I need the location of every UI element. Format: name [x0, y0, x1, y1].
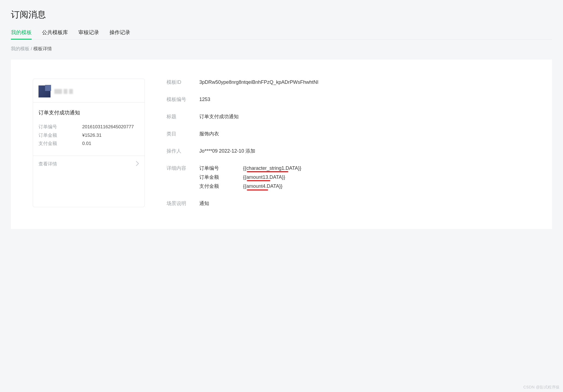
detail-row-operator: 操作人 Jo****09 2022-12-10 添加 — [167, 147, 530, 155]
detail-label: 场景说明 — [167, 200, 199, 207]
preview-row-value: 20161031162645020777 — [82, 123, 134, 131]
content-row-value: {{amount4.DATA}} — [243, 183, 282, 190]
breadcrumb: 我的模板 / 模板详情 — [11, 46, 552, 52]
content-row-key: 支付金额 — [199, 183, 243, 190]
detail-label: 操作人 — [167, 147, 199, 155]
content-row: 订单编号 {{character_string1.DATA}} — [199, 165, 301, 172]
preview-row-value: 0.01 — [82, 139, 91, 148]
breadcrumb-separator: / — [29, 46, 33, 51]
breadcrumb-parent[interactable]: 我的模板 — [11, 46, 29, 51]
content-row-key: 订单金额 — [199, 174, 243, 181]
tabs: 我的模板 公共模板库 审核记录 操作记录 — [11, 29, 552, 40]
template-preview-card: 订单支付成功通知 订单编号 20161031162645020777 订单金额 … — [33, 79, 145, 207]
detail-row-template-id: 模板ID 3pDRw50ype8nrg8ntqeiBnhFPzQ_kpADrPW… — [167, 79, 530, 86]
content-panel: 订单支付成功通知 订单编号 20161031162645020777 订单金额 … — [11, 60, 552, 229]
detail-row-scene: 场景说明 通知 — [167, 200, 530, 207]
preview-header — [33, 79, 144, 102]
page-title: 订阅消息 — [11, 9, 552, 21]
preview-row: 订单金额 ¥1526.31 — [38, 131, 139, 140]
content-row: 支付金额 {{amount4.DATA}} — [199, 183, 301, 190]
preview-row-label: 订单金额 — [38, 131, 82, 140]
preview-subject: 订单支付成功通知 — [38, 109, 139, 116]
detail-value-operator: Jo****09 2022-12-10 添加 — [199, 147, 255, 155]
detail-row-content: 详细内容 订单编号 {{character_string1.DATA}} 订单金… — [167, 165, 530, 190]
detail-value-title: 订单支付成功通知 — [199, 113, 239, 120]
preview-row: 订单编号 20161031162645020777 — [38, 123, 139, 131]
tab-public-templates[interactable]: 公共模板库 — [42, 29, 68, 39]
template-details: 模板ID 3pDRw50ype8nrg8ntqeiBnhFPzQ_kpADrPW… — [167, 79, 530, 207]
content-row-value: {{character_string1.DATA}} — [243, 165, 301, 172]
content-row-value: {{amount13.DATA}} — [243, 174, 285, 181]
detail-row-category: 类目 服饰内衣 — [167, 130, 530, 138]
detail-label: 标题 — [167, 113, 199, 120]
detail-value-template-id: 3pDRw50ype8nrg8ntqeiBnhFPzQ_kpADrPWsFhwh… — [199, 79, 318, 86]
tab-operation-records[interactable]: 操作记录 — [109, 29, 130, 39]
account-name-blurred — [54, 89, 73, 94]
chevron-right-icon — [136, 161, 139, 167]
content-table: 订单编号 {{character_string1.DATA}} 订单金额 {{a… — [199, 165, 301, 190]
detail-value-template-no: 1253 — [199, 96, 210, 103]
detail-label: 详细内容 — [167, 165, 199, 172]
detail-value-scene: 通知 — [199, 200, 209, 207]
preview-row-label: 支付金额 — [38, 139, 82, 148]
detail-value-category: 服饰内衣 — [199, 130, 219, 138]
view-details-label: 查看详情 — [38, 161, 57, 167]
detail-label: 模板ID — [167, 79, 199, 86]
breadcrumb-current: 模板详情 — [33, 46, 52, 51]
tab-my-templates[interactable]: 我的模板 — [11, 29, 32, 39]
preview-row-value: ¥1526.31 — [82, 131, 102, 140]
detail-row-title: 标题 订单支付成功通知 — [167, 113, 530, 120]
avatar — [38, 85, 51, 97]
preview-row: 支付金额 0.01 — [38, 139, 139, 148]
detail-label: 类目 — [167, 130, 199, 138]
content-row: 订单金额 {{amount13.DATA}} — [199, 174, 301, 181]
detail-label: 模板编号 — [167, 96, 199, 103]
preview-row-label: 订单编号 — [38, 123, 82, 131]
tab-audit-records[interactable]: 审核记录 — [78, 29, 99, 39]
detail-row-template-no: 模板编号 1253 — [167, 96, 530, 103]
content-row-key: 订单编号 — [199, 165, 243, 172]
preview-body: 订单支付成功通知 订单编号 20161031162645020777 订单金额 … — [33, 102, 144, 156]
view-details-button[interactable]: 查看详情 — [33, 156, 144, 172]
